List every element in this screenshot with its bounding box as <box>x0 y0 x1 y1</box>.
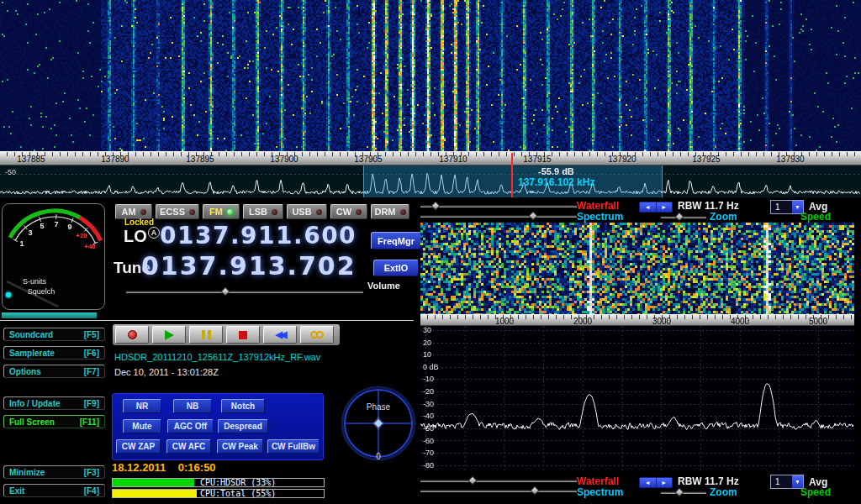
mode-drm-button[interactable]: DRM <box>371 204 409 219</box>
minimize-button[interactable]: Minimize[F3] <box>3 465 105 479</box>
avg-select[interactable]: 1 ▼ <box>770 200 804 214</box>
mode-label: LSB <box>249 207 267 217</box>
mode-lsb-button[interactable]: LSB <box>243 204 283 219</box>
freq-tick-label: 137900 <box>270 155 298 164</box>
waterfall-contrast-slider[interactable] <box>420 202 577 211</box>
loop-button[interactable] <box>300 326 334 344</box>
tune-frequency-digits[interactable]: 0137.913.702 <box>141 251 355 281</box>
slider-thumb[interactable] <box>467 475 477 485</box>
button-key: [F5] <box>84 330 99 339</box>
extio-button[interactable]: ExtIO <box>373 260 419 276</box>
agc-button[interactable]: AGC Off <box>167 419 214 433</box>
soundcard-button[interactable]: Soundcard[F5] <box>3 328 105 341</box>
mode-label: CW <box>336 207 351 217</box>
pause-button[interactable] <box>189 326 223 344</box>
waterfall-toggle-label[interactable]: Waterfall <box>577 200 619 212</box>
waterfall-brightness-slider[interactable] <box>420 212 577 221</box>
zoom-selection-band[interactable] <box>363 165 663 197</box>
volume-slider[interactable] <box>126 287 363 297</box>
scroll-left-icon[interactable]: ◄ <box>640 202 656 212</box>
db-axis-label: -20 <box>423 387 434 396</box>
zoom-slider[interactable] <box>661 213 706 222</box>
full-screen-button[interactable]: Full Screen[F11] <box>3 415 105 428</box>
mode-ecss-button[interactable]: ECSS <box>156 204 199 219</box>
play-button[interactable] <box>152 326 186 344</box>
cw-fullbw-button[interactable]: CW FullBw <box>267 439 320 454</box>
lock-a-badge[interactable]: A <box>148 227 160 239</box>
cw-peak-button[interactable]: CW Peak <box>217 439 263 454</box>
frequency-ruler[interactable]: 137885 137890 137895 137900 137905 13791… <box>0 151 861 165</box>
slider-thumb[interactable] <box>530 486 539 495</box>
spectrum-scrollbar[interactable]: ◄ ► <box>639 202 673 213</box>
slider-track[interactable] <box>420 215 577 218</box>
scroll-right-icon[interactable]: ► <box>656 478 673 487</box>
slider-thumb[interactable] <box>674 212 684 221</box>
freqmgr-button[interactable]: FreqMgr <box>371 232 421 249</box>
tune-cursor-line <box>511 153 513 197</box>
db-axis-label: 0 dB <box>423 363 439 371</box>
stop-button[interactable] <box>226 326 260 344</box>
squelch-level-bar[interactable] <box>2 312 97 318</box>
main-waterfall-display[interactable] <box>0 0 861 151</box>
avg-select-value: 1 <box>771 201 792 213</box>
button-label: Full Screen <box>9 417 55 427</box>
mode-led <box>140 209 146 215</box>
despread-button[interactable]: Despread <box>218 419 268 433</box>
cw-afc-button[interactable]: CW AFC <box>166 439 211 454</box>
mode-usb-button[interactable]: USB <box>287 204 327 219</box>
stop-icon <box>239 331 247 339</box>
audio-frequency-ruler[interactable]: 1000 2000 3000 4000 5000 <box>420 314 854 326</box>
mode-label: FM <box>209 207 223 217</box>
slider-thumb[interactable] <box>430 201 440 210</box>
slider-track[interactable] <box>420 490 577 492</box>
s-meter[interactable]: 1 3 5 7 9 +20 +40 S-units Squelch <box>2 203 105 310</box>
notch-button[interactable]: Notch <box>221 399 265 413</box>
mute-button[interactable]: Mute <box>123 419 161 433</box>
waterfall-brightness-slider-2[interactable] <box>420 486 577 496</box>
slider-track[interactable] <box>126 291 363 293</box>
zoom-label-2: Zoom <box>710 486 737 498</box>
slider-track[interactable] <box>420 480 577 482</box>
recording-filename: HDSDR_20111210_125611Z_137912kHz_RF.wav <box>114 352 320 362</box>
spectrum-toggle-label-2[interactable]: Spectrum <box>577 486 623 498</box>
audio-waterfall-display[interactable] <box>420 223 854 314</box>
rewind-button[interactable]: ◀◀ <box>263 326 297 344</box>
exit-button[interactable]: Exit[F4] <box>3 484 105 497</box>
button-key: [F3] <box>84 468 99 477</box>
samplerate-button[interactable]: Samplerate[F6] <box>3 346 105 360</box>
cpu-hdsdr-fill <box>113 479 194 486</box>
main-spectrum-display[interactable]: -50 -55.9 dB 137.916.102 kHz <box>0 165 861 197</box>
mode-cw-button[interactable]: CW <box>330 204 367 219</box>
mode-fm-button[interactable]: FM <box>203 204 240 219</box>
slider-thumb[interactable] <box>528 211 537 220</box>
audio-spectrum-display[interactable]: 30 20 10 0 dB -10 -20 -30 -40 -50 -60 -7… <box>420 326 854 472</box>
spectrum-toggle-label[interactable]: Spectrum <box>577 211 623 223</box>
info-update-button[interactable]: Info / Update[F9] <box>3 396 105 410</box>
zoom-slider-2[interactable] <box>661 488 706 497</box>
scroll-left-icon[interactable]: ◄ <box>640 478 656 487</box>
record-button[interactable] <box>115 326 149 344</box>
slider-track[interactable] <box>420 205 577 207</box>
db-axis-label: -50 <box>423 424 434 433</box>
freq-tick-label: 137920 <box>608 155 636 164</box>
spectrum-scrollbar-2[interactable]: ◄ ► <box>639 477 673 488</box>
avg-select-2[interactable]: 1 ▼ <box>770 475 804 489</box>
svg-text:5: 5 <box>40 222 44 230</box>
options-button[interactable]: Options[F7] <box>3 365 105 378</box>
nr-button[interactable]: NR <box>123 399 161 413</box>
button-label: Samplerate <box>9 349 55 358</box>
svg-text:7: 7 <box>54 220 58 228</box>
squelch-label: Squelch <box>28 287 55 296</box>
waterfall-toggle-label-2[interactable]: Waterfall <box>577 475 619 487</box>
cpu-hdsdr-bar: CPU:HDSDR (33%) <box>112 478 325 487</box>
slider-thumb[interactable] <box>674 487 684 496</box>
cw-zap-button[interactable]: CW ZAP <box>116 439 161 454</box>
nb-button[interactable]: NB <box>173 399 212 413</box>
speed-label-2: Speed <box>800 486 831 498</box>
waterfall-contrast-slider-2[interactable] <box>420 476 577 486</box>
freq-tick-label: 137885 <box>17 155 45 164</box>
scroll-right-icon[interactable]: ► <box>656 202 673 212</box>
slider-thumb[interactable] <box>220 286 230 296</box>
hz-tick-label: 4000 <box>731 318 749 326</box>
lo-frequency-digits[interactable]: 0137.911.600 <box>160 222 355 249</box>
